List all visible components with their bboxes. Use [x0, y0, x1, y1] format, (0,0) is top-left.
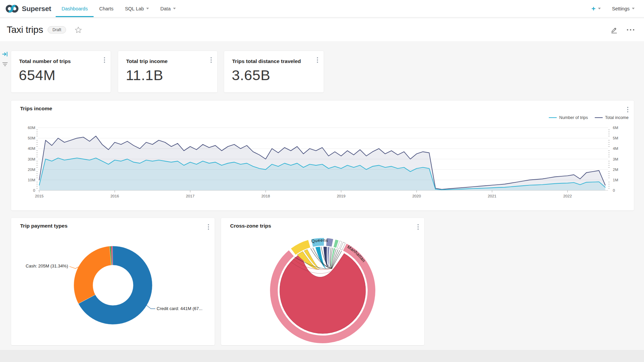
svg-text:50M: 50M: [28, 136, 35, 140]
filter-bar-rail: [0, 41, 11, 350]
trip-payment-types-donut-chart: Cash: 205M (31.34%)Credit card: 441M (67…: [11, 231, 215, 345]
chevron-down-icon: [598, 8, 601, 9]
chart-card-trips-income: Trips income Number of tripsTotal income…: [11, 101, 634, 210]
svg-text:6M: 6M: [613, 126, 618, 130]
kpi-title: Total number of trips: [19, 58, 71, 64]
svg-text:2015: 2015: [35, 194, 44, 198]
page-title: Taxi trips: [7, 24, 43, 35]
svg-text:60M: 60M: [28, 126, 35, 130]
dashboard-content: Total number of trips 654M Total trip in…: [0, 41, 644, 350]
main-nav: Dashboards Charts SQL Lab Data: [56, 0, 181, 17]
donut-slice-cash[interactable]: [74, 246, 111, 303]
svg-text:2021: 2021: [488, 194, 496, 198]
chart-options-menu[interactable]: [102, 56, 107, 66]
superset-logo[interactable]: Superset: [0, 0, 56, 17]
trips-income-line-chart: 010M20M30M40M50M60M01M2M3M4M5M6M20152016…: [11, 110, 634, 210]
svg-text:0: 0: [613, 188, 615, 192]
svg-text:1M: 1M: [613, 178, 618, 182]
kpi-card-total-distance: Trips total distance traveled 3.65B: [224, 51, 324, 93]
svg-text:2019: 2019: [337, 194, 345, 198]
superset-infinity-icon: [5, 4, 19, 14]
svg-text:2018: 2018: [261, 194, 270, 198]
svg-text:2016: 2016: [110, 194, 119, 198]
nav-item-charts[interactable]: Charts: [94, 0, 119, 17]
expand-icon: [2, 51, 8, 57]
expand-filter-bar-button[interactable]: [2, 51, 8, 58]
nav-item-data[interactable]: Data: [155, 0, 181, 17]
donut-callout-credit-card: Credit card: 441M (67...: [157, 306, 203, 311]
donut-callout-cash: Cash: 205M (31.34%): [26, 263, 68, 268]
bottom-gutter: [0, 350, 644, 362]
svg-text:2020: 2020: [412, 194, 421, 198]
dashboard-header: Taxi trips Draft: [0, 18, 644, 41]
svg-text:30M: 30M: [28, 157, 35, 161]
kpi-value: 11.1B: [126, 67, 163, 83]
svg-text:20M: 20M: [28, 168, 35, 172]
chart-options-menu[interactable]: [209, 56, 213, 66]
settings-menu[interactable]: Settings: [612, 6, 635, 11]
chevron-down-icon: [146, 8, 149, 9]
filter-options-button[interactable]: [2, 61, 8, 68]
svg-text:10M: 10M: [28, 178, 35, 182]
cross-zone-trips-chord-chart: QueensManhattan: [221, 228, 424, 345]
navbar-right: + Settings: [591, 0, 644, 17]
kpi-title: Trips total distance traveled: [232, 58, 301, 64]
star-icon: [75, 26, 82, 34]
nav-item-dashboards[interactable]: Dashboards: [56, 0, 93, 17]
more-actions-button[interactable]: [627, 28, 635, 31]
kpi-value: 3.65B: [232, 67, 270, 83]
chart-card-trip-payment-types: Trip payment types Cash: 205M (31.34%)Cr…: [11, 218, 215, 345]
new-item-button[interactable]: +: [591, 5, 600, 12]
top-navbar: Superset Dashboards Charts SQL Lab Data …: [0, 0, 644, 18]
svg-text:0: 0: [33, 188, 35, 192]
nav-item-sql-lab[interactable]: SQL Lab: [119, 0, 155, 17]
svg-text:4M: 4M: [613, 146, 618, 150]
svg-text:2017: 2017: [186, 194, 195, 198]
chevron-down-icon: [173, 8, 176, 9]
svg-text:40M: 40M: [28, 146, 35, 150]
svg-text:3M: 3M: [613, 157, 618, 161]
ellipsis-icon: [627, 28, 635, 31]
kpi-value: 654M: [19, 67, 56, 83]
svg-text:2022: 2022: [563, 194, 572, 198]
pencil-icon: [610, 26, 618, 34]
kpi-title: Total trip income: [126, 58, 168, 64]
chart-title: Trip payment types: [20, 223, 67, 229]
edit-dashboard-button[interactable]: [610, 26, 618, 34]
chart-card-cross-zone-trips: Cross-zone trips QueensManhattan: [221, 218, 424, 345]
plus-icon: +: [591, 5, 595, 12]
header-actions: [610, 26, 635, 34]
svg-text:2M: 2M: [613, 168, 618, 172]
chart-options-menu[interactable]: [315, 56, 320, 66]
brand-name: Superset: [22, 5, 51, 13]
superset-dashboard-screen: Superset Dashboards Charts SQL Lab Data …: [0, 0, 644, 362]
favorite-star-button[interactable]: [75, 26, 82, 34]
kpi-card-total-trips: Total number of trips 654M: [11, 51, 111, 93]
chevron-down-icon: [632, 8, 635, 9]
kpi-card-total-income: Total trip income 11.1B: [118, 51, 217, 93]
status-badge: Draft: [48, 26, 66, 34]
ribbon-manhattan-self[interactable]: [280, 253, 366, 334]
filter-icon: [2, 61, 8, 67]
svg-text:5M: 5M: [613, 136, 618, 140]
